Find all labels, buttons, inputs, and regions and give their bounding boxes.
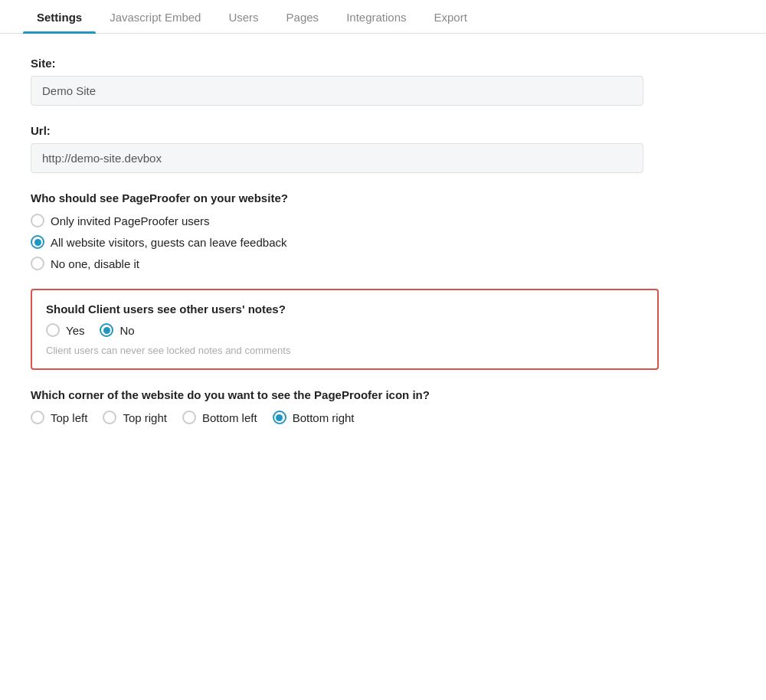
icon-corner-option-3[interactable]: Bottom right — [273, 411, 355, 424]
tab-pages[interactable]: Pages — [273, 0, 333, 33]
icon-corner-label-0: Top left — [51, 411, 87, 424]
icon-corner-option-1[interactable]: Top right — [103, 411, 167, 424]
icon-corner-option-2[interactable]: Bottom left — [182, 411, 257, 424]
visibility-radio-1[interactable] — [31, 235, 44, 249]
client-notes-option-yes[interactable]: Yes — [46, 323, 84, 337]
tab-settings[interactable]: Settings — [23, 0, 96, 33]
icon-corner-options: Top left Top right Bottom left Bottom ri… — [31, 411, 659, 424]
client-notes-label-yes: Yes — [66, 324, 84, 337]
visibility-options: Only invited PageProofer users All websi… — [31, 214, 659, 270]
icon-corner-label-3: Bottom right — [293, 411, 355, 424]
icon-corner-radio-1[interactable] — [103, 411, 116, 424]
client-notes-options: Yes No — [46, 323, 643, 337]
client-notes-hint: Client users can never see locked notes … — [46, 345, 643, 356]
client-notes-section: Should Client users see other users' not… — [31, 289, 659, 370]
client-notes-radio-no[interactable] — [100, 323, 113, 337]
visibility-radio-0[interactable] — [31, 214, 44, 227]
url-field-group: Url: — [31, 124, 659, 173]
icon-corner-title: Which corner of the website do you want … — [31, 388, 659, 401]
icon-corner-radio-2[interactable] — [182, 411, 196, 424]
visibility-option-2[interactable]: No one, disable it — [31, 257, 659, 270]
tab-integrations[interactable]: Integrations — [332, 0, 420, 33]
visibility-radio-2[interactable] — [31, 257, 44, 270]
tab-export[interactable]: Export — [421, 0, 481, 33]
client-notes-label-no: No — [119, 324, 134, 337]
icon-corner-radio-3[interactable] — [273, 411, 286, 424]
visibility-option-label-1: All website visitors, guests can leave f… — [51, 236, 287, 249]
visibility-option-label-0: Only invited PageProofer users — [51, 214, 210, 227]
icon-corner-radio-0[interactable] — [31, 411, 44, 424]
visibility-option-1[interactable]: All website visitors, guests can leave f… — [31, 235, 659, 249]
url-label: Url: — [31, 124, 659, 137]
site-label: Site: — [31, 57, 659, 70]
client-notes-title: Should Client users see other users' not… — [46, 303, 643, 316]
tab-users[interactable]: Users — [214, 0, 272, 33]
site-field-group: Site: — [31, 57, 659, 106]
settings-content: Site: Url: Who should see PageProofer on… — [0, 34, 689, 466]
tab-bar: Settings Javascript Embed Users Pages In… — [0, 0, 766, 34]
icon-corner-label-2: Bottom left — [202, 411, 257, 424]
visibility-option-0[interactable]: Only invited PageProofer users — [31, 214, 659, 227]
client-notes-option-no[interactable]: No — [100, 323, 134, 337]
client-notes-radio-yes[interactable] — [46, 323, 60, 337]
url-input[interactable] — [31, 143, 643, 173]
icon-corner-section: Which corner of the website do you want … — [31, 388, 659, 424]
visibility-section: Who should see PageProofer on your websi… — [31, 191, 659, 270]
visibility-title: Who should see PageProofer on your websi… — [31, 191, 659, 204]
visibility-option-label-2: No one, disable it — [51, 257, 139, 270]
icon-corner-label-1: Top right — [123, 411, 167, 424]
site-input[interactable] — [31, 76, 643, 106]
tab-javascript-embed[interactable]: Javascript Embed — [96, 0, 214, 33]
icon-corner-option-0[interactable]: Top left — [31, 411, 87, 424]
